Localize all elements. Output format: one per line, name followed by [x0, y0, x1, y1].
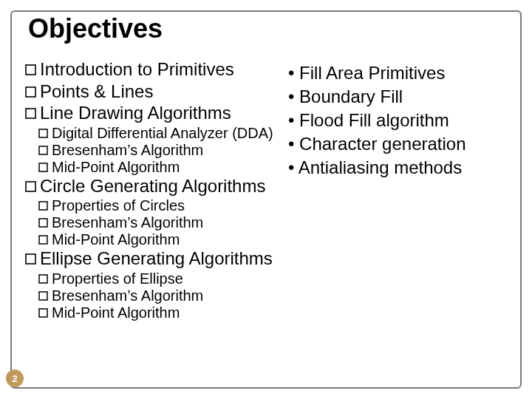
sub-bullet-item: Bresenham’s Algorithm	[38, 287, 291, 304]
bullet-text: Points & Lines	[40, 81, 153, 101]
checkbox-icon	[25, 181, 36, 192]
svg-rect-11	[39, 275, 47, 283]
svg-rect-5	[39, 163, 47, 171]
bullet-item: Ellipse Generating Algorithms	[25, 248, 291, 269]
sub-bullet-item: Bresenham’s Algorithm	[38, 142, 291, 159]
bullet-text: Properties of Circles	[52, 197, 185, 214]
svg-rect-8	[39, 219, 47, 227]
checkbox-icon	[25, 86, 36, 98]
left-column: Introduction to Primitives Points & Line…	[25, 59, 291, 321]
bullet-text: Properties of Ellipse	[52, 270, 183, 287]
checkbox-icon	[38, 146, 48, 155]
checkbox-icon	[25, 108, 36, 119]
sub-bullet-item: Mid-Point Algorithm	[38, 304, 291, 321]
svg-rect-1	[26, 87, 35, 97]
svg-rect-2	[26, 109, 35, 118]
bullet-item: • Flood Fill algorithm	[288, 109, 525, 132]
bullet-text: Introduction to Primitives	[40, 59, 234, 79]
svg-rect-9	[39, 236, 47, 244]
checkbox-icon	[38, 235, 48, 245]
sub-bullet-item: Mid-Point Algorithm	[38, 159, 291, 176]
bullet-item: Circle Generating Algorithms	[25, 176, 291, 197]
bullet-text: Bresenham’s Algorithm	[52, 142, 203, 158]
sub-bullet-item: Properties of Circles	[38, 197, 291, 214]
bullet-item: • Fill Area Primitives	[288, 62, 525, 84]
bullet-item: Introduction to Primitives	[25, 59, 291, 80]
svg-rect-6	[26, 182, 35, 191]
checkbox-icon	[38, 291, 48, 301]
bullet-text: Digital Differential Analyzer (DDA)	[52, 125, 273, 141]
bullet-text: Mid-Point Algorithm	[52, 159, 180, 175]
bullet-item: • Character generation	[288, 133, 525, 155]
right-column: • Fill Area Primitives • Boundary Fill •…	[288, 62, 525, 180]
svg-rect-3	[39, 129, 47, 137]
slide: Objectives Introduction to Primitives Po…	[0, 0, 532, 399]
checkbox-icon	[38, 201, 48, 211]
svg-rect-7	[39, 202, 47, 210]
bullet-item: Line Drawing Algorithms	[25, 103, 291, 123]
bullet-item: Points & Lines	[25, 81, 291, 102]
checkbox-icon	[38, 163, 48, 172]
svg-rect-13	[39, 309, 47, 317]
bullet-item: • Antialiasing methods	[288, 157, 525, 179]
checkbox-icon	[25, 253, 36, 265]
bullet-item: • Boundary Fill	[288, 86, 525, 108]
checkbox-icon	[25, 64, 36, 75]
svg-rect-10	[26, 254, 35, 264]
bullet-text: Circle Generating Algorithms	[40, 176, 265, 196]
sub-bullet-item: Bresenham’s Algorithm	[38, 214, 291, 231]
sub-bullet-item: Digital Differential Analyzer (DDA)	[38, 125, 291, 142]
checkbox-icon	[38, 218, 48, 228]
page-number-badge: 2	[6, 369, 24, 387]
bullet-text: Bresenham’s Algorithm	[52, 287, 203, 304]
checkbox-icon	[38, 308, 48, 318]
bullet-text: Bresenham’s Algorithm	[52, 214, 203, 231]
sub-bullet-item: Mid-Point Algorithm	[38, 231, 291, 248]
checkbox-icon	[38, 274, 48, 284]
svg-rect-4	[39, 146, 47, 154]
bullet-text: Mid-Point Algorithm	[52, 304, 180, 321]
bullet-text: Mid-Point Algorithm	[52, 231, 180, 248]
bullet-text: Ellipse Generating Algorithms	[40, 248, 273, 268]
bullet-text: Line Drawing Algorithms	[40, 103, 231, 123]
slide-title: Objectives	[28, 13, 163, 44]
svg-rect-12	[39, 292, 47, 300]
checkbox-icon	[38, 129, 48, 138]
sub-bullet-item: Properties of Ellipse	[38, 270, 291, 287]
svg-rect-0	[26, 65, 35, 75]
